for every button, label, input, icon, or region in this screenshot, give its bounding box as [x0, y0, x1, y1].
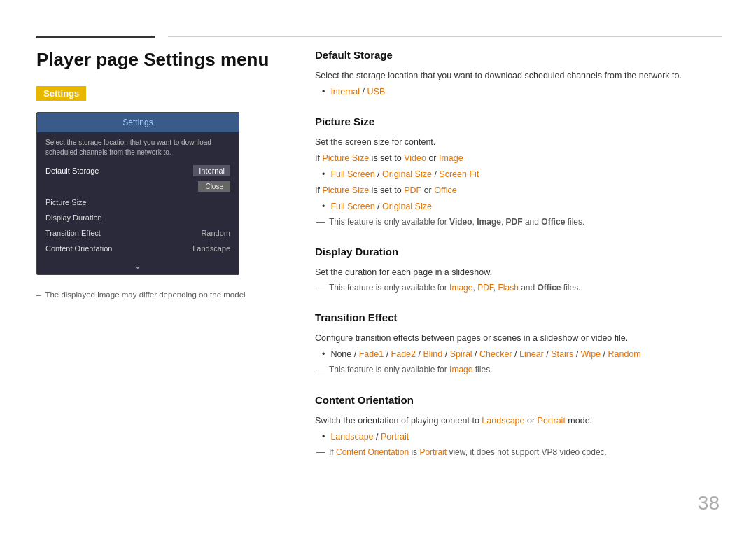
content-orientation-desc: Switch the orientation of playing conten…	[315, 414, 721, 428]
left-column: Player page Settings menu Settings Setti…	[36, 49, 274, 299]
top-border-left	[36, 36, 155, 38]
section-title-transition-effect: Transition Effect	[315, 311, 721, 326]
picture-size-pdf-office: If Picture Size is set to PDF or Office	[315, 183, 721, 197]
right-column: Default Storage Select the storage locat…	[315, 49, 721, 476]
default-storage-options: Internal / USB	[330, 85, 385, 99]
display-duration-note: This feature is only available for Image…	[316, 281, 721, 295]
section-title-display-duration: Display Duration	[315, 246, 721, 260]
row-label-transition-effect: Transition Effect	[46, 229, 101, 237]
display-duration-desc: Set the duration for each page in a slid…	[315, 265, 721, 279]
row-label-default-storage: Default Storage	[46, 167, 99, 175]
row-label-content-orientation: Content Orientation	[46, 244, 112, 253]
section-body-display-duration: Set the duration for each page in a slid…	[315, 265, 721, 295]
settings-row-default-storage[interactable]: Default Storage Internal	[37, 162, 239, 180]
picture-size-video-image: If Picture Size is set to Video or Image	[315, 151, 721, 165]
picture-size-options-1: Full Screen / Original Size / Screen Fit	[322, 167, 721, 181]
picture-size-note: This feature is only available for Video…	[316, 216, 721, 229]
picture-size-options-2: Full Screen / Original Size	[322, 199, 721, 213]
section-transition-effect: Transition Effect Configure transition e…	[315, 311, 721, 377]
close-btn-row: Close	[37, 180, 239, 195]
image-note: The displayed image may differ depending…	[36, 290, 274, 299]
section-title-default-storage: Default Storage	[315, 49, 721, 64]
transition-effect-desc: Configure transition effects between pag…	[315, 331, 721, 345]
picture-size-desc: Set the screen size for content.	[315, 135, 721, 149]
row-value-transition-effect: Random	[201, 229, 230, 237]
section-title-picture-size: Picture Size	[315, 115, 721, 130]
row-value-default-storage: Internal	[193, 165, 230, 176]
section-display-duration: Display Duration Set the duration for ea…	[315, 246, 721, 295]
close-button[interactable]: Close	[198, 181, 230, 192]
section-body-picture-size: Set the screen size for content. If Pict…	[315, 135, 721, 229]
page-title: Player page Settings menu	[36, 49, 274, 71]
section-body-default-storage: Select the storage location that you wan…	[315, 69, 721, 99]
settings-panel: Settings Select the storage location tha…	[36, 112, 239, 275]
default-storage-desc: Select the storage location that you wan…	[315, 69, 721, 83]
settings-row-content-orientation[interactable]: Content Orientation Landscape	[37, 241, 239, 256]
panel-desc: Select the storage location that you wan…	[37, 132, 239, 162]
section-default-storage: Default Storage Select the storage locat…	[315, 49, 721, 99]
settings-row-display-duration[interactable]: Display Duration	[37, 210, 239, 225]
content-orientation-note: If Content Orientation is Portrait view,…	[316, 446, 721, 459]
section-picture-size: Picture Size Set the screen size for con…	[315, 115, 721, 229]
content-orientation-options: Landscape / Portrait	[322, 430, 721, 444]
section-body-content-orientation: Switch the orientation of playing conten…	[315, 414, 721, 459]
settings-badge: Settings	[36, 86, 86, 101]
section-title-content-orientation: Content Orientation	[315, 394, 721, 409]
row-label-picture-size: Picture Size	[46, 198, 87, 206]
transition-effect-options: None / Fade1 / Fade2 / Blind / Spiral / …	[322, 347, 721, 361]
top-border-right	[168, 36, 722, 37]
settings-row-transition-effect[interactable]: Transition Effect Random	[37, 225, 239, 241]
default-storage-bullet: Internal / USB	[322, 85, 721, 99]
section-content-orientation: Content Orientation Switch the orientati…	[315, 394, 721, 459]
chevron-down: ⌄	[37, 256, 239, 274]
page-number: 38	[698, 492, 720, 514]
panel-title: Settings	[37, 113, 239, 132]
transition-effect-note: This feature is only available for Image…	[316, 363, 721, 377]
row-value-content-orientation: Landscape	[192, 244, 230, 253]
row-label-display-duration: Display Duration	[46, 213, 102, 222]
section-body-transition-effect: Configure transition effects between pag…	[315, 331, 721, 377]
settings-row-picture-size[interactable]: Picture Size	[37, 195, 239, 210]
